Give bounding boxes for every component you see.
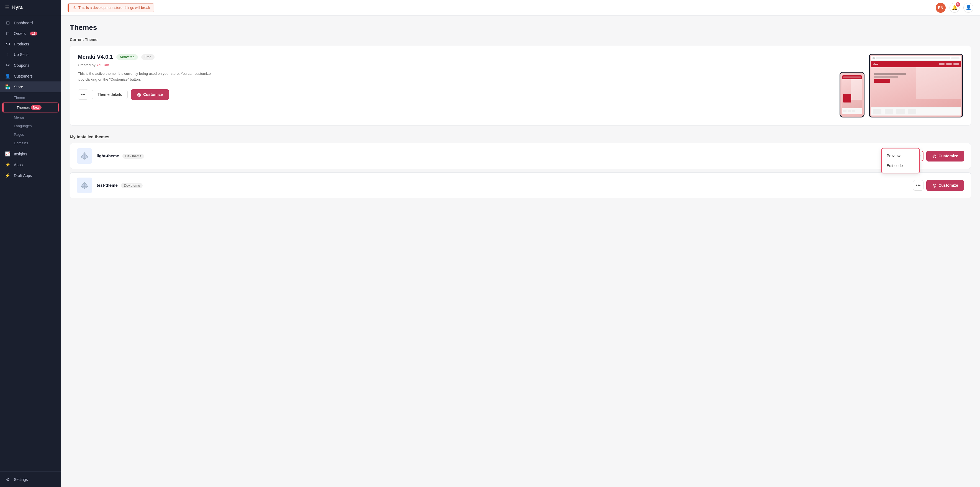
sidebar-item-store-label: Store	[14, 85, 23, 89]
light-theme-customize-label: Customize	[939, 154, 958, 158]
test-theme-more-button[interactable]: •••	[913, 180, 923, 191]
light-theme-customize-icon: ◎	[932, 153, 936, 159]
user-profile-icon[interactable]: 👤	[963, 3, 974, 13]
current-theme-card: Meraki V4.0.1 Activated Free Created by …	[70, 46, 971, 126]
page-title: Themes	[70, 23, 971, 32]
dev-banner: ⚠ This is a development store, things wi…	[68, 3, 154, 12]
sidebar-sub-languages-label: Languages	[14, 124, 32, 128]
sidebar-sub-languages[interactable]: Languages	[0, 122, 61, 130]
orders-badge: 13	[30, 32, 37, 35]
dropdown-preview-item[interactable]: Preview	[882, 151, 920, 161]
phone-preview	[840, 72, 864, 118]
sidebar-sub-themes[interactable]: Themes New ➤	[3, 103, 58, 112]
sidebar-item-orders[interactable]: □ Orders 13	[0, 28, 61, 39]
theme-name-row: Meraki V4.0.1 Activated Free	[78, 54, 831, 60]
sidebar-sub-domains[interactable]: Domains	[0, 139, 61, 147]
tablet-preview: بتجول	[869, 54, 963, 118]
sidebar-item-settings[interactable]: ⚙ Settings	[0, 474, 61, 485]
store-name: Kyra	[12, 5, 23, 10]
sidebar-sub-themes-label: Themes	[17, 105, 30, 110]
theme-details-button[interactable]: Theme details	[92, 90, 128, 99]
dropdown-edit-code-item[interactable]: Edit code	[882, 161, 920, 171]
theme-preview: بتجول	[840, 54, 963, 118]
draft-apps-icon: ⚡	[5, 173, 11, 178]
sidebar-bottom: ⚙ Settings	[0, 471, 61, 487]
sidebar-item-upsells-label: Up Sells	[14, 53, 28, 57]
light-theme-info: light-theme Dev theme	[97, 153, 908, 158]
dashboard-icon: ⊟	[5, 20, 11, 25]
sidebar-item-apps[interactable]: ⚡ Apps	[0, 159, 61, 170]
light-theme-dev-tag: Dev theme	[123, 154, 144, 159]
creator-prefix: Created by	[78, 63, 95, 67]
sidebar-sub-domains-label: Domains	[14, 141, 28, 145]
sidebar-sub-pages-label: Pages	[14, 132, 24, 137]
installed-theme-light: light-theme Dev theme Preview Edit code …	[70, 143, 971, 169]
warning-icon: ⚠	[73, 5, 76, 10]
orders-icon: □	[5, 31, 11, 36]
free-tag: Free	[141, 54, 155, 60]
customers-icon: 👤	[5, 73, 11, 79]
test-theme-thumbnail	[77, 178, 92, 193]
dev-banner-text: This is a development store, things will…	[78, 6, 150, 10]
sidebar-item-insights[interactable]: 📈 Insights	[0, 148, 61, 159]
sidebar-sub-menus-label: Menus	[14, 115, 25, 119]
test-theme-info: test-theme Dev theme	[97, 183, 908, 188]
activated-tag: Activated	[116, 54, 138, 60]
notification-bell[interactable]: 🔔 0	[950, 3, 959, 13]
test-theme-dev-tag: Dev theme	[121, 183, 143, 188]
theme-name: Meraki V4.0.1	[78, 54, 113, 60]
sidebar-item-coupons[interactable]: ✂ Coupons	[0, 60, 61, 71]
products-icon: 🏷	[5, 41, 11, 46]
sidebar-item-draft-apps[interactable]: ⚡ Draft Apps	[0, 170, 61, 181]
sidebar: ☰ Kyra ⊟ Dashboard □ Orders 13 🏷 Product…	[0, 0, 61, 487]
installed-themes-label: My Installed themes	[70, 134, 971, 139]
insights-icon: 📈	[5, 151, 11, 156]
sidebar-item-store[interactable]: 🏪 Store	[0, 81, 61, 92]
sidebar-item-customers[interactable]: 👤 Customers	[0, 71, 61, 81]
more-options-button[interactable]: •••	[78, 89, 88, 100]
coupons-icon: ✂	[5, 63, 11, 68]
theme-description: This is the active theme. It is currentl…	[78, 71, 211, 83]
sidebar-item-dashboard-label: Dashboard	[14, 21, 33, 25]
settings-icon: ⚙	[5, 477, 11, 482]
sidebar-item-apps-label: Apps	[14, 162, 23, 167]
test-theme-name: test-theme	[97, 183, 118, 188]
light-theme-thumbnail	[77, 148, 92, 164]
light-theme-customize-button[interactable]: ◎ Customize	[926, 151, 964, 161]
sidebar-sub-pages[interactable]: Pages	[0, 130, 61, 139]
topbar-right: EN 🔔 0 👤	[936, 3, 974, 13]
sidebar-sub-theme[interactable]: Theme	[0, 93, 61, 102]
notification-badge: 0	[956, 2, 960, 6]
sidebar-sub-theme-label: Theme	[14, 95, 25, 100]
hamburger-icon[interactable]: ☰	[5, 5, 10, 11]
sidebar-item-customers-label: Customers	[14, 74, 33, 78]
light-theme-name: light-theme	[97, 153, 119, 158]
sidebar-item-dashboard[interactable]: ⊟ Dashboard	[0, 18, 61, 28]
theme-actions: ••• Theme details ◎ Customize	[78, 89, 831, 100]
installed-theme-test: test-theme Dev theme ••• ◎ Customize	[70, 172, 971, 198]
current-theme-label: Current Theme	[70, 37, 971, 42]
test-theme-customize-label: Customize	[939, 183, 958, 188]
sidebar-item-upsells[interactable]: ↑ Up Sells	[0, 49, 61, 60]
avatar[interactable]: EN	[936, 3, 946, 13]
sidebar-sub-menus[interactable]: Menus	[0, 113, 61, 122]
topbar: ⚠ This is a development store, things wi…	[61, 0, 980, 16]
themes-nav-highlight: Themes New ➤	[2, 102, 59, 113]
test-theme-customize-button[interactable]: ◎ Customize	[926, 180, 964, 191]
creator-link[interactable]: YouCan	[96, 63, 109, 67]
apps-icon: ⚡	[5, 162, 11, 167]
customize-label: Customize	[143, 92, 163, 97]
sidebar-item-products-label: Products	[14, 42, 29, 46]
test-theme-customize-icon: ◎	[932, 183, 936, 188]
test-theme-actions: ••• ◎ Customize	[913, 180, 964, 191]
theme-info: Meraki V4.0.1 Activated Free Created by …	[78, 54, 831, 100]
light-theme-actions: Preview Edit code ••• ◎ Customize	[913, 151, 964, 161]
themes-new-badge: New	[31, 105, 41, 110]
main-area: ⚠ This is a development store, things wi…	[61, 0, 980, 487]
phone-preview-inner	[840, 73, 864, 117]
customize-button[interactable]: ◎ Customize	[131, 89, 169, 100]
sidebar-item-products[interactable]: 🏷 Products	[0, 39, 61, 49]
theme-creator: Created by YouCan	[78, 63, 831, 67]
store-icon: 🏪	[5, 84, 11, 89]
content-area: Themes Current Theme Meraki V4.0.1 Activ…	[61, 16, 980, 487]
